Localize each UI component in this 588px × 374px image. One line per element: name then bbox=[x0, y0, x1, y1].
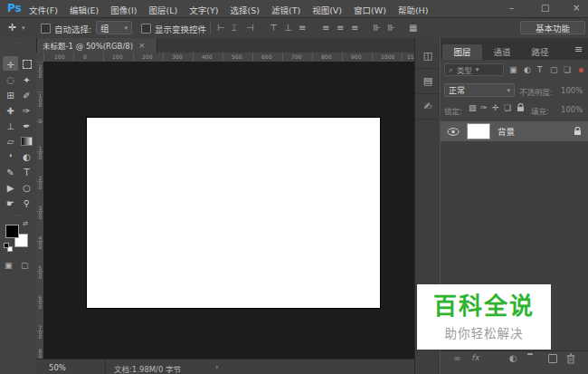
menu-view[interactable]: 视图(V) bbox=[312, 4, 342, 16]
tool-rectangular-marquee[interactable] bbox=[19, 56, 34, 71]
tool-zoom[interactable]: ⚲ bbox=[19, 195, 34, 209]
tool-quick-selection[interactable]: ✦ bbox=[19, 72, 34, 86]
auto-select-dropdown[interactable]: 组 ▾ bbox=[96, 21, 132, 34]
tool-clone-stamp[interactable]: ⊥ bbox=[3, 118, 18, 132]
filter-shape-layers-icon[interactable]: ▢ bbox=[550, 65, 558, 74]
tab-paths[interactable]: 路径 bbox=[522, 44, 558, 60]
lock-pixels-icon[interactable]: ✑ bbox=[480, 103, 488, 112]
distribute-bottom-icon[interactable]: ≡ bbox=[351, 23, 358, 34]
menu-image[interactable]: 图像(I) bbox=[110, 4, 137, 16]
align-right-edges-icon[interactable]: ⊣ bbox=[246, 23, 254, 34]
tool-gradient[interactable] bbox=[19, 133, 34, 148]
panel-menu-icon[interactable]: ≡ bbox=[574, 43, 583, 55]
auto-select-value: 组 bbox=[100, 22, 109, 34]
tool-blur[interactable]: ❛ bbox=[3, 149, 18, 163]
tab-close-icon[interactable]: × bbox=[138, 41, 146, 50]
tool-preset-caret-icon[interactable]: ▾ bbox=[22, 24, 25, 32]
opacity-value[interactable]: 100% bbox=[561, 86, 583, 95]
align-left-edges-icon[interactable]: ⊢ bbox=[217, 23, 225, 34]
new-layer-icon[interactable] bbox=[548, 354, 557, 363]
minimize-button[interactable]: – bbox=[509, 3, 514, 13]
align-bottom-edges-icon[interactable]: ≡ bbox=[299, 23, 306, 34]
filter-adjustment-layers-icon[interactable]: ◐ bbox=[524, 65, 531, 74]
toolbox-more-dots[interactable]: ⋯ bbox=[0, 212, 36, 219]
tool-pen[interactable]: ✎ bbox=[3, 164, 18, 178]
lock-all-icon[interactable] bbox=[517, 103, 525, 112]
layer-effects-icon[interactable]: fx bbox=[471, 353, 479, 362]
tab-layers[interactable]: 图层 bbox=[442, 44, 482, 60]
tool-spot-healing-brush[interactable]: ✚ bbox=[3, 102, 18, 117]
tool-history-brush[interactable]: ✒ bbox=[19, 118, 34, 132]
blend-mode-dropdown[interactable]: 正常 ▾ bbox=[444, 83, 515, 97]
tool-type[interactable]: T bbox=[19, 164, 34, 178]
lock-position-icon[interactable]: ✛ bbox=[492, 103, 499, 112]
auto-align-layers-icon[interactable]: ▦ bbox=[409, 23, 417, 34]
zoom-icon: ⚲ bbox=[24, 198, 30, 208]
quick-mask-button[interactable]: ▣ bbox=[5, 261, 13, 270]
distribute-horizontal-icon[interactable]: ⊪ bbox=[373, 23, 381, 34]
tool-eyedropper[interactable]: ✐ bbox=[19, 87, 34, 101]
ruler-tick-label: 300 bbox=[37, 205, 43, 218]
maximize-button[interactable]: □ bbox=[541, 3, 549, 13]
menu-filter[interactable]: 滤镜(T) bbox=[271, 4, 300, 16]
filter-smart-objects-icon[interactable]: ❏ bbox=[564, 65, 571, 74]
canvas-pasteboard[interactable] bbox=[43, 62, 414, 359]
document-canvas[interactable] bbox=[87, 118, 380, 308]
distribute-vertical-icon[interactable]: ⊪ bbox=[387, 23, 395, 34]
menu-window[interactable]: 窗口(W) bbox=[354, 4, 386, 16]
tool-brush[interactable]: ✑ bbox=[19, 102, 34, 117]
tool-lasso[interactable]: ◌ bbox=[3, 72, 18, 86]
align-vertical-centers-icon[interactable]: ⊥ bbox=[284, 23, 292, 34]
screen-mode-button[interactable]: ▢ bbox=[21, 261, 29, 270]
foreground-color-swatch[interactable] bbox=[5, 225, 19, 238]
filter-type-layers-icon[interactable]: T bbox=[537, 65, 543, 74]
document-tab[interactable]: 未标题-1 @ 50%(RGB/8) × bbox=[36, 38, 157, 53]
tab-channels[interactable]: 通道 bbox=[484, 44, 520, 60]
tool-dodge[interactable]: ◐ bbox=[19, 149, 34, 163]
layer-lock-icon[interactable] bbox=[574, 127, 582, 136]
history-panel-icon[interactable]: ◫ bbox=[415, 43, 441, 69]
filter-pixel-layers-icon[interactable]: ▣ bbox=[509, 65, 517, 74]
align-horizontal-centers-icon[interactable]: ⌶ bbox=[232, 23, 237, 34]
lock-artboard-icon[interactable]: ❏ bbox=[504, 103, 511, 112]
menu-file[interactable]: 文件(F) bbox=[29, 4, 58, 16]
swap-colors-icon[interactable]: ⇄ bbox=[23, 220, 28, 227]
tool-eraser[interactable]: ▱ bbox=[3, 133, 18, 148]
link-layers-icon[interactable]: ∞ bbox=[453, 353, 460, 363]
menu-layer[interactable]: 图层(L) bbox=[149, 4, 178, 16]
menu-select[interactable]: 选择(S) bbox=[230, 4, 259, 16]
menu-type[interactable]: 文字(Y) bbox=[189, 4, 218, 16]
layer-filter-dropdown[interactable]: ⌕ 类型 ▾ bbox=[444, 63, 504, 76]
tool-ellipse-shape[interactable]: ○ bbox=[19, 179, 34, 194]
zoom-level-field[interactable]: 50% bbox=[49, 363, 66, 372]
distribute-top-icon[interactable]: ≡ bbox=[322, 23, 329, 34]
show-transform-checkbox[interactable] bbox=[141, 24, 151, 34]
close-button[interactable]: × bbox=[573, 3, 580, 13]
layer-row-background[interactable]: 背景 bbox=[441, 121, 588, 141]
tool-hand[interactable]: ☛ bbox=[3, 195, 18, 209]
ruler-tick-label: 700 bbox=[37, 324, 43, 338]
align-top-edges-icon[interactable]: ⊤ bbox=[270, 23, 278, 34]
visibility-eye-icon[interactable] bbox=[447, 128, 460, 136]
chevron-down-icon: ▾ bbox=[124, 24, 128, 32]
filter-toggle-dot[interactable] bbox=[579, 68, 583, 72]
delete-layer-icon[interactable] bbox=[566, 353, 575, 364]
default-colors-icon[interactable] bbox=[4, 243, 9, 248]
distribute-middle-icon[interactable]: ≡ bbox=[337, 23, 344, 34]
menu-edit[interactable]: 编辑(E) bbox=[70, 4, 99, 16]
tool-path-selection[interactable]: ▶ bbox=[3, 179, 18, 194]
layer-thumbnail[interactable] bbox=[467, 123, 490, 139]
menu-help[interactable]: 帮助(H) bbox=[398, 4, 429, 16]
adjustments-panel-icon[interactable]: ✍ bbox=[415, 94, 441, 120]
properties-panel-icon[interactable]: ▤ bbox=[415, 69, 441, 94]
adjustment-layer-icon[interactable]: ◐ bbox=[509, 353, 517, 363]
toolbox-grip[interactable]: ⋯ bbox=[0, 40, 36, 47]
fill-value[interactable]: 100% bbox=[561, 105, 583, 114]
workspace-switcher-button[interactable]: 基本功能 bbox=[520, 21, 585, 34]
status-menu-arrow-icon[interactable]: › bbox=[215, 362, 219, 371]
lock-transparency-icon[interactable]: ▨ bbox=[469, 103, 477, 112]
auto-select-checkbox[interactable] bbox=[41, 24, 51, 34]
tool-crop[interactable]: ⊞ bbox=[3, 87, 18, 101]
ruler-tick-label: 200 bbox=[142, 53, 152, 61]
tool-move[interactable]: ✛ bbox=[3, 56, 18, 71]
